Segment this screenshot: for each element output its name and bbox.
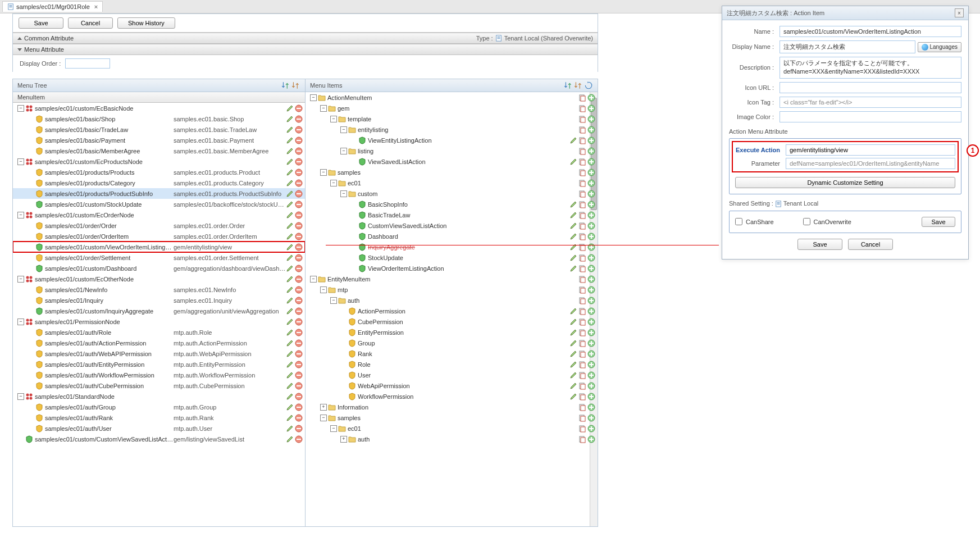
tree-row[interactable]: StockUpdate (306, 252, 598, 263)
pencil-icon[interactable] (569, 371, 577, 379)
tree-row[interactable]: −ActionMenuItem (306, 92, 598, 103)
copy-icon[interactable] (578, 275, 586, 283)
pencil-icon[interactable] (286, 243, 294, 251)
copy-icon[interactable] (578, 435, 586, 443)
pencil-icon[interactable] (286, 265, 294, 272)
dialog-save-button[interactable]: Save (797, 239, 842, 250)
save-button[interactable]: Save (19, 17, 63, 29)
tree-row[interactable]: samples/ec01/auth/Usermtp.auth.User (13, 423, 305, 434)
copy-icon[interactable] (578, 350, 586, 358)
expand-toggle[interactable]: + (340, 436, 347, 443)
tree-row[interactable]: −ec01 (306, 178, 598, 188)
pencil-icon[interactable] (286, 126, 294, 134)
tree-row[interactable]: samples/ec01/custom/CustomViewSavedListA… (13, 434, 305, 444)
tree-row[interactable]: Rank (306, 348, 598, 359)
tree-row[interactable]: −auth (306, 295, 598, 306)
pencil-icon[interactable] (569, 158, 577, 166)
copy-icon[interactable] (578, 233, 586, 240)
tree-row[interactable]: EntityPermission (306, 327, 598, 338)
plus-icon[interactable] (587, 371, 595, 379)
pencil-icon[interactable] (286, 350, 294, 358)
minus-icon[interactable] (295, 435, 303, 443)
pencil-icon[interactable] (569, 382, 577, 390)
tree-row[interactable]: Group (306, 338, 598, 348)
minus-icon[interactable] (295, 371, 303, 379)
tree-row[interactable]: CubePermission (306, 316, 598, 327)
tree-row[interactable]: samples/ec01/basic/TradeLawsamples.ec01.… (13, 124, 305, 135)
minus-icon[interactable] (295, 147, 303, 155)
minus-icon[interactable] (295, 329, 303, 336)
pencil-icon[interactable] (569, 243, 577, 251)
display-order-input[interactable] (65, 58, 110, 69)
tree-row[interactable]: samples/ec01/order/OrderItemsamples.ec01… (13, 231, 305, 242)
tree-row[interactable]: samples/ec01/custom/InquiryAggregategem/… (13, 306, 305, 316)
pencil-icon[interactable] (286, 393, 294, 401)
copy-icon[interactable] (578, 201, 586, 208)
expand-toggle[interactable]: − (17, 318, 24, 325)
copy-icon[interactable] (578, 147, 586, 155)
history-button[interactable]: Show History (117, 17, 175, 29)
tree-row[interactable]: +auth (306, 434, 598, 444)
expand-toggle[interactable]: + (320, 404, 327, 411)
plus-icon[interactable] (587, 136, 595, 144)
tree-row[interactable]: samples/ec01/products/ProductSubInfosamp… (13, 188, 305, 199)
pencil-icon[interactable] (569, 318, 577, 326)
image-color-select[interactable] (780, 111, 961, 122)
pencil-icon[interactable] (286, 286, 294, 294)
minus-icon[interactable] (295, 318, 303, 326)
plus-icon[interactable] (587, 158, 595, 166)
common-attribute-section[interactable]: Common Attribute Type : Tenant Local (Sh… (13, 33, 598, 44)
tree-row[interactable]: ActionPermission (306, 306, 598, 316)
minus-icon[interactable] (295, 414, 303, 422)
pencil-icon[interactable] (569, 211, 577, 219)
tree-row[interactable]: samples/ec01/auth/WorkflowPermissionmtp.… (13, 370, 305, 380)
minus-icon[interactable] (295, 361, 303, 368)
minus-icon[interactable] (295, 339, 303, 347)
tree-row[interactable]: samples/ec01/order/Ordersamples.ec01.ord… (13, 220, 305, 231)
copy-icon[interactable] (578, 115, 586, 123)
minus-icon[interactable] (295, 243, 303, 251)
sort-icon[interactable] (564, 81, 573, 90)
tree-row[interactable]: samples/ec01/auth/EntityPermissionmtp.au… (13, 359, 305, 370)
minus-icon[interactable] (295, 104, 303, 112)
expand-toggle[interactable]: − (330, 180, 337, 186)
plus-icon[interactable] (587, 403, 595, 411)
tree-row[interactable]: samples/ec01/custom/Dashboardgem/aggrega… (13, 263, 305, 274)
plus-icon[interactable] (587, 435, 595, 443)
pencil-icon[interactable] (286, 147, 294, 155)
pencil-icon[interactable] (286, 435, 294, 443)
copy-icon[interactable] (578, 179, 586, 187)
expand-toggle[interactable]: − (320, 169, 327, 176)
minus-icon[interactable] (295, 201, 303, 208)
pencil-icon[interactable] (569, 201, 577, 208)
plus-icon[interactable] (587, 425, 595, 433)
copy-icon[interactable] (578, 211, 586, 219)
tree-row[interactable]: samples/ec01/products/Productssamples.ec… (13, 167, 305, 178)
tree-row[interactable]: −listing (306, 145, 598, 156)
copy-icon[interactable] (578, 403, 586, 411)
expand-toggle[interactable]: − (330, 425, 337, 432)
minus-icon[interactable] (295, 233, 303, 240)
copy-icon[interactable] (578, 425, 586, 433)
minus-icon[interactable] (295, 425, 303, 433)
display-name-input[interactable]: 注文明細カスタム検索 (780, 40, 915, 53)
expand-toggle[interactable]: − (320, 415, 327, 421)
tree-row[interactable]: samples/ec01/basic/Paymentsamples.ec01.b… (13, 135, 305, 145)
copy-icon[interactable] (578, 190, 586, 198)
cancel-button[interactable]: Cancel (68, 17, 113, 29)
pencil-icon[interactable] (569, 361, 577, 368)
plus-icon[interactable] (587, 297, 595, 304)
menu-attribute-section[interactable]: Menu Attribute (13, 44, 598, 55)
copy-icon[interactable] (578, 307, 586, 315)
plus-icon[interactable] (587, 414, 595, 422)
plus-icon[interactable] (587, 201, 595, 208)
pencil-icon[interactable] (569, 350, 577, 358)
minus-icon[interactable] (295, 382, 303, 390)
tree-row[interactable]: InquiryAggregate (306, 242, 598, 252)
copy-icon[interactable] (578, 329, 586, 336)
collapse-icon[interactable] (574, 81, 583, 90)
tree-row[interactable]: samples/ec01/Inquirysamples.ec01.Inquiry (13, 295, 305, 306)
copy-icon[interactable] (578, 361, 586, 368)
minus-icon[interactable] (295, 403, 303, 411)
plus-icon[interactable] (587, 339, 595, 347)
